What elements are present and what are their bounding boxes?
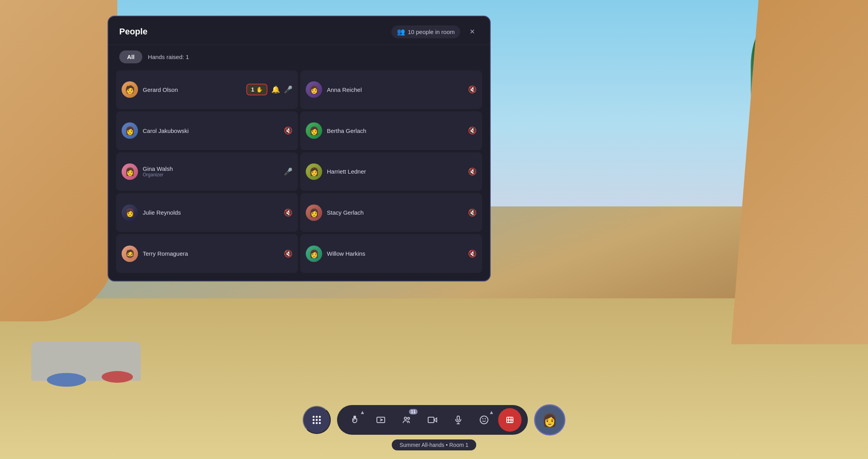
person-name: Bertha Gerlach [327,127,463,134]
list-item: 👩 Stacy Gerlach 🔇 [300,193,482,232]
list-item: 👩 Julie Reynolds 🔇 [116,193,298,232]
mic-off-icon[interactable]: 🔇 [284,126,292,135]
close-button[interactable]: × [466,25,479,38]
people-panel: People 👥 10 people in room × All Hands r… [108,16,491,281]
mic-off-icon[interactable]: 🔇 [468,167,477,176]
mic-icon[interactable]: 🎤 [284,167,292,176]
svg-point-0 [313,416,315,418]
mic-off-icon[interactable]: 🔇 [468,85,477,94]
person-name: Harriett Ledner [327,168,463,175]
person-info: Bertha Gerlach [327,127,463,134]
svg-rect-13 [428,417,434,423]
avatar: 👩 [122,204,138,221]
list-item: 👩 Willow Harkins 🔇 [300,234,482,273]
avatar: 👩 [306,163,322,180]
person-info: Terry Romaguera [143,250,279,257]
media-button[interactable] [369,408,393,432]
list-item: 👩 Bertha Gerlach 🔇 [300,111,482,150]
list-item: 👩 Harriett Ledner 🔇 [300,152,482,191]
people-count-badge: 11 [409,409,418,414]
toolbar-main: 11 [337,405,528,435]
svg-point-1 [316,416,318,418]
mic-off-icon[interactable]: 🔇 [284,208,292,217]
avatar: 👩 [306,122,322,139]
person-actions: 🎤 [284,167,292,176]
hand-count: 1 [251,86,254,93]
person-name: Julie Reynolds [143,209,279,216]
mic-button[interactable] [447,408,470,432]
person-info: Julie Reynolds [143,209,279,216]
list-item: 👩 Anna Reichel 🔇 [300,70,482,109]
person-info: Gerard Olson [143,86,242,93]
person-actions: 🔇 [468,208,477,217]
person-actions: 🔇 [468,249,477,258]
wall-left [0,0,117,321]
people-button[interactable]: 11 [395,408,418,432]
people-icon: 👥 [397,28,405,36]
person-name: Terry Romaguera [143,250,279,257]
end-call-button[interactable] [498,408,522,432]
avatar: 👩 [306,81,322,98]
people-count-text: 10 people in room [408,29,455,35]
person-name: Stacy Gerlach [327,209,463,216]
person-info: Anna Reichel [327,86,463,93]
camera-button[interactable] [421,408,444,432]
mic-off-icon[interactable]: 🔇 [468,208,477,217]
person-role: Organizer [143,172,279,178]
mic-off-icon[interactable]: 🔇 [468,126,477,135]
avatar: 🧑 [122,81,138,98]
svg-marker-9 [361,411,364,414]
svg-point-8 [319,422,321,424]
tabs-bar: All Hands raised: 1 [108,45,490,69]
avatar: 👩 [306,204,322,221]
avatar: 👩 [122,163,138,180]
svg-marker-20 [490,411,493,414]
person-actions: 🔇 [468,167,477,176]
person-actions: 🔇 [468,126,477,135]
person-name: Willow Harkins [327,250,463,257]
person-info: Carol Jakubowski [143,127,279,134]
tab-all[interactable]: All [119,50,142,63]
person-name: Carol Jakubowski [143,127,279,134]
person-actions: 🔇 [284,126,292,135]
mic-off-icon[interactable]: 🔇 [468,249,477,258]
svg-rect-14 [457,416,459,420]
cushion-blue [47,373,86,387]
bell-icon[interactable]: 🔔 [271,85,280,94]
person-name: Gerard Olson [143,86,242,93]
list-item: 👩 Carol Jakubowski 🔇 [116,111,298,150]
svg-point-7 [316,422,318,424]
room-label: Summer All-hands • Room 1 [392,439,476,450]
mic-icon[interactable]: 🎤 [284,85,292,94]
self-avatar: 👩 [534,404,565,436]
person-info: Willow Harkins [327,250,463,257]
mic-off-icon[interactable]: 🔇 [284,249,292,258]
person-info: Harriett Ledner [327,168,463,175]
person-actions: 🔇 [284,208,292,217]
emoji-button[interactable] [472,408,496,432]
tab-hands-raised[interactable]: Hands raised: 1 [148,54,189,60]
avatar: 👩 [306,246,322,262]
person-actions: 1 ✋ 🔔 🎤 [246,84,292,95]
people-grid: 🧑 Gerard Olson 1 ✋ 🔔 🎤 👩 Anna Reichel 🔇 [108,69,490,281]
hand-raise-badge[interactable]: 1 ✋ [246,84,267,95]
person-actions: 🔇 [284,249,292,258]
person-name: Anna Reichel [327,86,463,93]
apps-button[interactable] [303,406,331,434]
svg-point-11 [404,417,407,420]
panel-title: People [119,27,147,37]
person-info: Stacy Gerlach [327,209,463,216]
avatar: 👩 [122,122,138,139]
person-actions: 🔇 [468,85,477,94]
svg-point-3 [313,419,315,421]
svg-point-17 [480,416,488,424]
avatar: 🧔 [122,246,138,262]
person-info: Gina Walsh Organizer [143,165,279,178]
people-count-badge: 👥 10 people in room [391,25,460,38]
list-item: 👩 Gina Walsh Organizer 🎤 [116,152,298,191]
raise-hand-button[interactable] [343,408,367,432]
cushion-red [102,371,133,383]
svg-point-6 [313,422,315,424]
svg-point-4 [316,419,318,421]
hand-emoji: ✋ [256,86,263,93]
